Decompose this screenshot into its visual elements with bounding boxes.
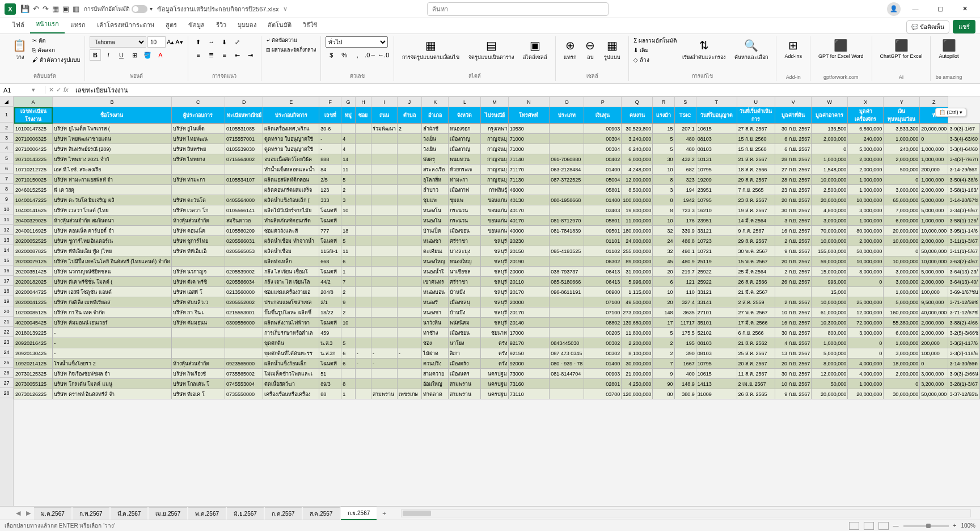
cell[interactable]: 05004	[584, 175, 622, 185]
cell[interactable]: 11	[341, 246, 355, 256]
cell[interactable]: 6,860,000	[848, 124, 884, 134]
cell[interactable]: 01101	[584, 236, 622, 246]
ribbon-tab[interactable]: วิธีใช้	[297, 16, 323, 33]
add-sheet[interactable]: +	[378, 508, 390, 519]
cell[interactable]: 14113	[696, 379, 737, 389]
cell[interactable]: 17 มี.ค. 2566	[737, 318, 775, 328]
cell[interactable]: 25922	[696, 267, 737, 277]
cell[interactable]: 20920130425	[14, 348, 53, 359]
cell[interactable]: นาวังหิน	[422, 318, 449, 328]
number-format[interactable]: ทั่วไป	[326, 36, 388, 48]
cell[interactable]: กาฬสินธุ์	[481, 185, 508, 195]
cell[interactable]: 4 ก.ย. 2567	[775, 338, 812, 348]
row-header[interactable]: 27	[0, 378, 13, 388]
qat-icon3[interactable]: ▥	[73, 5, 79, 13]
currency[interactable]: $	[326, 49, 337, 61]
cell[interactable]: 3-14-20/67ข	[948, 195, 980, 205]
cell[interactable]: 3-63(2)-4/67	[948, 256, 980, 267]
column-title[interactable]: ผู้ประกอบการ	[171, 107, 225, 124]
cell[interactable]: 06413	[584, 267, 622, 277]
cell[interactable]: 10,000,000	[884, 236, 920, 246]
cell[interactable]: อบอบเนื้อสัตว์โดยวิธีค	[263, 154, 319, 165]
cell[interactable]: ขอนแก่น	[481, 205, 508, 216]
cell[interactable]: 20710006325	[14, 134, 53, 144]
cell[interactable]: 3,000,000	[920, 369, 948, 379]
cell[interactable]: 84	[319, 165, 341, 175]
cell[interactable]	[550, 297, 584, 307]
cell[interactable]: 0	[848, 348, 884, 359]
row-header[interactable]: 6	[0, 163, 13, 174]
cell[interactable]: 00302	[584, 338, 622, 348]
cell[interactable]: 2 ก.ย. 2567	[775, 236, 812, 246]
cell[interactable]: 081-7841839	[550, 226, 584, 236]
cell[interactable]: 10795	[696, 195, 737, 205]
cell[interactable]: 71130	[508, 175, 550, 185]
row-header[interactable]: 22	[0, 327, 13, 337]
filename-dropdown[interactable]: ∨	[283, 5, 288, 12]
cell[interactable]: 40000	[508, 226, 550, 236]
cell[interactable]: บริษัท ทีทีเอ็มเอ็	[171, 246, 225, 256]
cell[interactable]	[355, 236, 371, 246]
cell[interactable]: 2/1	[319, 297, 341, 307]
cell[interactable]: กระนวน	[449, 205, 481, 216]
cell[interactable]: หนองโน	[422, 216, 449, 226]
cell[interactable]: กาญจนบุ	[481, 154, 508, 165]
column-title[interactable]: ซอย	[355, 107, 371, 124]
row-header[interactable]: 16	[0, 266, 13, 276]
copy-button[interactable]: ⎘ คัดลอก	[32, 46, 80, 54]
cell[interactable]: 10,300,000	[812, 318, 848, 328]
cell[interactable]: 20730125325	[14, 369, 53, 379]
cell[interactable]: 2	[653, 338, 674, 348]
column-header[interactable]: H	[355, 97, 371, 107]
cell[interactable]: 0	[884, 246, 920, 256]
cell[interactable]: 148	[653, 307, 674, 318]
column-title[interactable]: ประเภท	[550, 107, 584, 124]
cell[interactable]	[355, 277, 371, 287]
orientation[interactable]: ⤢	[232, 36, 243, 48]
cell[interactable]: 0105534107	[225, 175, 263, 185]
cell[interactable]: 9 ก.ค. 2567	[737, 226, 775, 236]
cell[interactable]: 3-9(3)-1/67	[948, 124, 980, 134]
underline-button[interactable]: U	[116, 49, 127, 61]
cell[interactable]: 5	[653, 144, 674, 154]
cell[interactable]: 5,000,000	[920, 195, 948, 205]
cell[interactable]: 4	[341, 134, 355, 144]
cell[interactable]: 20190	[508, 256, 550, 267]
cell[interactable]: ผลิตน้ำเชื่อม	[263, 246, 319, 256]
cell[interactable]: ห้างหุ้นส่วนจำกัด สมจินตนา	[53, 216, 172, 226]
cell[interactable]	[398, 154, 422, 165]
cell[interactable]: 080-1958668	[550, 195, 584, 205]
cell[interactable]: 28 ก.ย. 2567	[775, 154, 812, 165]
cell[interactable]	[355, 205, 371, 216]
cell[interactable]: 180,000,000	[622, 226, 653, 236]
cell[interactable]: 40130	[508, 195, 550, 205]
ribbon-tab[interactable]: ไฟล์	[7, 16, 30, 33]
autosave-toggle[interactable]	[132, 5, 147, 13]
cell[interactable]: 080 - 939 - 78	[550, 359, 584, 369]
cell[interactable]: น.ส.3	[319, 338, 341, 348]
cell[interactable]: -	[398, 348, 422, 359]
zoom-slider[interactable]	[903, 525, 949, 527]
cell[interactable]: 40,000,000	[920, 307, 948, 318]
cell[interactable]: 0	[812, 144, 848, 154]
column-header[interactable]: D	[225, 97, 263, 107]
cell[interactable]: 6 ก.ย. 2567	[775, 144, 812, 154]
cell[interactable]: 1	[341, 267, 355, 277]
cell[interactable]	[355, 369, 371, 379]
column-header[interactable]: P	[584, 97, 622, 107]
cell[interactable]	[371, 216, 398, 226]
cell[interactable]: 3-11(1)-3/67	[948, 236, 980, 246]
column-header[interactable]: R	[653, 97, 674, 107]
cell[interactable]	[398, 236, 422, 246]
cell[interactable]: 27 ก.ย. 2567	[775, 165, 812, 175]
cell[interactable]: 90	[653, 379, 674, 389]
cell[interactable]: 194	[674, 185, 696, 195]
cell[interactable]: ท่าช้าง	[422, 328, 449, 338]
cell[interactable]	[371, 134, 398, 144]
cell[interactable]: 4,248,000	[622, 165, 653, 175]
column-title[interactable]: ไปรษณีย์	[481, 107, 508, 124]
addins[interactable]: ⊞Add-ins	[781, 36, 805, 61]
cell[interactable]: 05801	[584, 185, 622, 195]
cell[interactable]: เมืองตรัง	[449, 359, 481, 369]
cell[interactable]: 3,000,000	[884, 277, 920, 287]
